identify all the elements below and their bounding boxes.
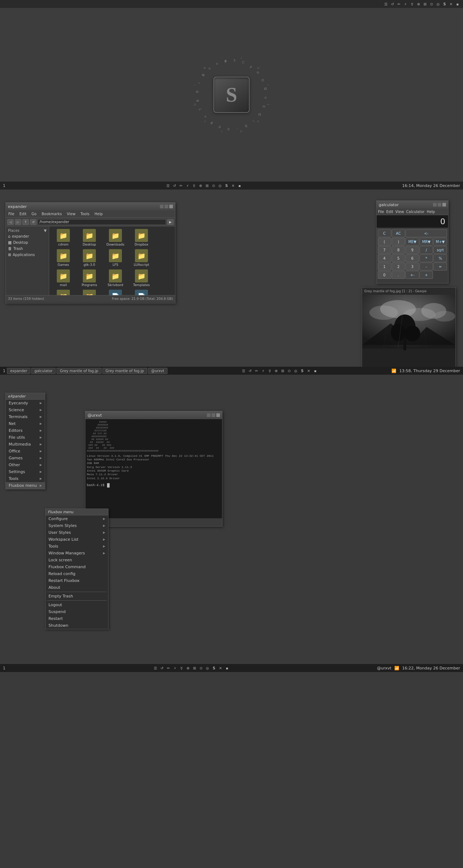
fm-sidebar-trash[interactable]: 🗑 Trash <box>6 246 49 252</box>
tab-urxvt[interactable]: @urxvt <box>148 368 167 374</box>
icon-bot-lightning[interactable]: ⚡ <box>173 665 178 671</box>
calc-btn-3[interactable]: 3 <box>405 263 419 271</box>
icon-close[interactable]: ✕ <box>449 1 454 7</box>
calc-btn-multiply[interactable]: * <box>420 254 433 262</box>
tab-grey-mantle-2[interactable]: Grey mantle of fog.jp <box>102 368 147 374</box>
calc-btn-AC[interactable]: AC <box>392 229 405 237</box>
icon-bot-toolbar[interactable]: ☰ <box>153 665 158 671</box>
fm-btn-toggle[interactable]: ▶ <box>167 219 174 225</box>
calc-menu-calculator[interactable]: Calculator <box>406 210 425 214</box>
fm-menu-edit[interactable]: Edit <box>18 212 27 216</box>
icon-r2-square[interactable]: ▪ <box>313 368 318 373</box>
fm-btn-up[interactable]: ↑ <box>22 219 29 225</box>
calc-controls[interactable] <box>433 203 446 207</box>
fm-btn-reload[interactable]: ↺ <box>30 219 37 225</box>
list-item[interactable]: 📄8755gifle <box>103 289 128 295</box>
icon-skype[interactable]: S <box>442 1 447 7</box>
icon-bot-grid[interactable]: ⊞ <box>192 665 197 671</box>
terminal-titlebar[interactable]: @urxvt <box>85 411 222 419</box>
icon-r2-x[interactable]: ✕ <box>306 368 311 373</box>
fm-menu-bookmarks[interactable]: Bookmarks <box>41 212 63 216</box>
icon-r2-grid[interactable]: ⊞ <box>280 368 285 373</box>
icon-r2-circle[interactable]: ⊙ <box>287 368 292 373</box>
icon-tb2-lightning[interactable]: ⚡ <box>185 183 190 188</box>
tab-grey-mantle-1[interactable]: Grey mantle of fog.jp <box>56 368 101 374</box>
icon-toolbar[interactable]: ☰ <box>383 1 388 7</box>
calc-btn-divide[interactable]: / <box>420 246 433 254</box>
calculator-titlebar[interactable]: galculator <box>377 201 448 209</box>
fb-menu-system-styles[interactable]: System Styles ▶ <box>46 522 108 529</box>
list-item[interactable]: 📁gtk-3.0 <box>77 248 102 268</box>
calc-btn-6[interactable]: 6 <box>405 254 419 262</box>
calc-btn-backspace[interactable]: <- <box>405 229 447 237</box>
fb-menu-empty-trash[interactable]: Empty Trash <box>46 593 108 600</box>
menu-multimedia[interactable]: Multimedia ▶ <box>6 441 45 448</box>
icon-r2-plus[interactable]: ⊕ <box>274 368 279 373</box>
calc-btn-Mplus[interactable]: M+▼ <box>433 238 447 246</box>
fb-menu-workspace-list[interactable]: Workspace List ▶ <box>46 536 108 543</box>
menu-fileutils[interactable]: File utils ▶ <box>6 434 45 441</box>
fm-menu-help[interactable]: Help <box>93 212 104 216</box>
fm-sidebar-desktop[interactable]: ▦ Desktop <box>6 239 49 246</box>
fm-btn-back[interactable]: ◁ <box>7 219 14 225</box>
calc-btn-C[interactable]: C <box>378 229 391 237</box>
icon-circle[interactable]: ⊙ <box>429 1 434 7</box>
calc-btn-4[interactable]: 4 <box>378 254 391 262</box>
fb-menu-tools[interactable]: Tools ▶ <box>46 543 108 550</box>
menu-terminals[interactable]: Terminals ▶ <box>6 413 45 420</box>
fm-sidebar-expander[interactable]: ⌂ expander <box>6 233 49 239</box>
fm-sidebar-apps[interactable]: ⊞ Applications <box>6 252 49 258</box>
icon-r2-edit[interactable]: ✏ <box>254 368 259 373</box>
calc-menu-help[interactable]: Help <box>427 210 435 214</box>
icon-bot-x[interactable]: ✕ <box>218 665 223 671</box>
calc-btn-open-paren[interactable]: ( <box>378 238 391 246</box>
icon-r2-toolbar[interactable]: ☰ <box>241 368 246 373</box>
icon-r2-lightning[interactable]: ⚡ <box>261 368 266 373</box>
win-maximize[interactable] <box>165 205 168 208</box>
icon-bot-reload[interactable]: ↺ <box>160 665 165 671</box>
fb-menu-configure[interactable]: Configure ▶ <box>46 515 108 522</box>
icon-atom[interactable]: ☿ <box>409 1 415 7</box>
icon-tb2-toolbar[interactable]: ☰ <box>165 183 170 188</box>
icon-edit[interactable]: ✏ <box>396 1 402 7</box>
term-minimize[interactable] <box>207 413 211 417</box>
icon-r2-atom[interactable]: ☿ <box>267 368 272 373</box>
icon-bot-target[interactable]: ◎ <box>205 665 210 671</box>
icon-tb2-grid[interactable]: ⊞ <box>204 183 209 188</box>
fm-path-bar[interactable]: /home/expander <box>38 219 166 225</box>
fb-menu-about[interactable]: About <box>46 584 108 591</box>
calc-btn-5[interactable]: 5 <box>392 254 405 262</box>
fb-menu-lock-screen[interactable]: Lock screen <box>46 557 108 563</box>
fb-menu-shutdown[interactable]: Shutdown <box>46 622 108 629</box>
win-close[interactable] <box>169 205 173 208</box>
list-item[interactable]: 📁Programs <box>77 268 102 288</box>
calc-btn-8[interactable]: 8 <box>392 246 405 254</box>
list-item[interactable]: 📁cdrom <box>51 228 76 247</box>
icon-r2-skype[interactable]: S <box>300 368 305 373</box>
fb-menu-logout[interactable]: Logout <box>46 601 108 608</box>
calc-btn-ME[interactable]: ME▼ <box>405 238 419 246</box>
calc-btn-dot[interactable]: . <box>392 271 405 279</box>
icon-tb2-circle[interactable]: ⊙ <box>211 183 216 188</box>
icon-bot-edit[interactable]: ✏ <box>166 665 171 671</box>
fb-menu-window-managers[interactable]: Window Managers ▶ <box>46 550 108 557</box>
icon-r2-reload[interactable]: ↺ <box>248 368 253 373</box>
fm-menu-file[interactable]: File <box>7 212 16 216</box>
fb-menu-restart-fluxbox[interactable]: Restart Fluxbox <box>46 577 108 584</box>
fb-menu-suspend[interactable]: Suspend <box>46 608 108 615</box>
calc-btn-MR[interactable]: MR▼ <box>420 238 433 246</box>
list-item[interactable]: 📁Upload <box>77 289 102 295</box>
fb-menu-restart[interactable]: Restart <box>46 615 108 622</box>
menu-science[interactable]: Science ▶ <box>6 407 45 413</box>
icon-target[interactable]: ◎ <box>436 1 441 7</box>
calc-btn-9[interactable]: 9 <box>405 246 419 254</box>
icon-tb2-edit[interactable]: ✏ <box>178 183 183 188</box>
calc-btn-1[interactable]: 1 <box>378 263 391 271</box>
tab-galculator[interactable]: galculator <box>31 368 56 374</box>
list-item[interactable]: 📁mail <box>51 268 76 288</box>
calc-btn-7[interactable]: 7 <box>378 246 391 254</box>
menu-tools[interactable]: Tools ▶ <box>6 475 45 482</box>
fm-menu-go[interactable]: Go <box>30 212 38 216</box>
menu-net[interactable]: Net ▶ <box>6 420 45 427</box>
calc-btn-plus[interactable]: + <box>420 271 433 279</box>
